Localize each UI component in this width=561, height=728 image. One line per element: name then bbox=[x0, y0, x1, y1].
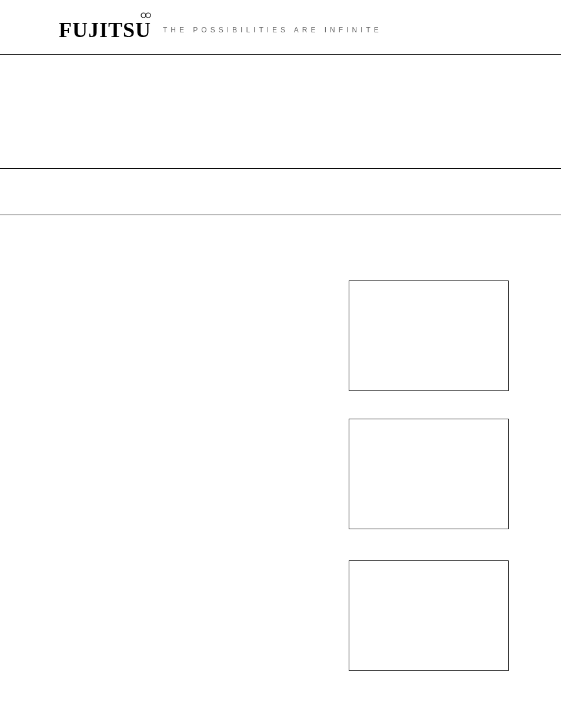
divider-line-2 bbox=[0, 215, 561, 215]
divider-line-1 bbox=[0, 168, 561, 169]
page-header: FUJITSU THE POSSIBILITIES ARE INFINITE bbox=[0, 0, 561, 55]
logo: FUJITSU THE POSSIBILITIES ARE INFINITE bbox=[59, 18, 382, 42]
infinity-icon bbox=[141, 11, 152, 21]
image-placeholder-2 bbox=[349, 419, 509, 529]
image-placeholder-1 bbox=[349, 280, 509, 391]
svg-point-0 bbox=[141, 13, 146, 18]
image-placeholder-3 bbox=[349, 560, 509, 671]
logo-brand: FUJITSU bbox=[59, 18, 151, 42]
logo-text: FUJITSU bbox=[59, 18, 151, 42]
svg-point-1 bbox=[146, 13, 151, 18]
logo-tagline: THE POSSIBILITIES ARE INFINITE bbox=[163, 26, 382, 34]
